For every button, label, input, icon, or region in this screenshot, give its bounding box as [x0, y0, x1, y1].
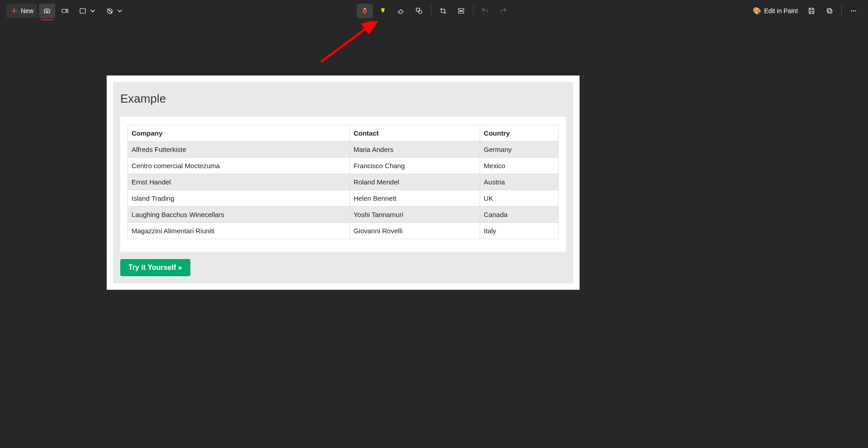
camera-icon: [43, 7, 51, 15]
table-row: Island TradingHelen BennettUK: [128, 190, 559, 207]
svg-rect-2: [80, 8, 85, 13]
video-camera-icon: [61, 7, 69, 15]
top-toolbar: New: [0, 0, 868, 21]
example-inner-panel: Company Contact Country Alfreds Futterki…: [120, 117, 566, 252]
save-icon: [807, 7, 816, 15]
highlighter-icon: [379, 7, 387, 15]
crop-icon: [439, 7, 447, 15]
text-actions-button[interactable]: [453, 4, 469, 18]
table-cell: Island Trading: [128, 190, 350, 207]
save-button[interactable]: [803, 4, 820, 18]
table-cell: Italy: [480, 223, 559, 239]
svg-rect-10: [458, 11, 464, 13]
toolbar-right-group: 🎨 Edit in Paint: [749, 4, 862, 18]
table-header-cell: Company: [128, 125, 350, 141]
canvas-viewport[interactable]: Example Company Contact Country Alfreds …: [0, 21, 868, 448]
redo-icon: [499, 7, 507, 15]
try-it-yourself-button[interactable]: Try it Yourself »: [120, 259, 190, 276]
svg-point-14: [853, 10, 854, 11]
table-cell: Yoshi Tannamuri: [349, 207, 480, 223]
svg-point-15: [855, 10, 856, 11]
toolbar-separator: [431, 5, 431, 16]
table-cell: Canada: [480, 207, 559, 223]
table-cell: Francisco Chang: [349, 158, 480, 174]
table-cell: Giovanni Rovelli: [349, 223, 480, 239]
palette-icon: 🎨: [753, 7, 761, 15]
table-cell: Helen Bennett: [349, 190, 480, 207]
svg-rect-11: [828, 9, 832, 13]
svg-point-8: [419, 10, 422, 14]
example-box: Example Company Contact Country Alfreds …: [113, 82, 573, 283]
toolbar-center-group: [357, 4, 511, 18]
table-cell: Alfreds Futterkiste: [128, 141, 350, 158]
edit-in-paint-button[interactable]: 🎨 Edit in Paint: [749, 4, 802, 18]
highlighter-tool-button[interactable]: [375, 4, 391, 18]
example-title: Example: [120, 89, 566, 110]
undo-button[interactable]: [477, 4, 493, 18]
svg-rect-1: [62, 9, 66, 13]
table-cell: Ernst Handel: [128, 174, 350, 190]
toolbar-separator: [841, 5, 842, 16]
table-row: Alfreds FutterkisteMaria AndersGermany: [128, 141, 559, 158]
shapes-icon: [415, 7, 423, 15]
table-cell: Maria Anders: [349, 141, 480, 158]
captured-screenshot[interactable]: Example Company Contact Country Alfreds …: [107, 75, 580, 290]
table-header-cell: Contact: [349, 125, 480, 141]
copy-icon: [826, 7, 834, 15]
edit-in-paint-label: Edit in Paint: [764, 7, 798, 14]
table-cell: Austria: [480, 174, 559, 190]
table-cell: Centro comercial Moctezuma: [128, 158, 350, 174]
undo-icon: [481, 7, 489, 15]
svg-rect-12: [827, 8, 831, 12]
delay-dropdown[interactable]: [102, 4, 127, 18]
table-row: Laughing Bacchus WinecellarsYoshi Tannam…: [128, 207, 559, 223]
crop-tool-button[interactable]: [435, 4, 451, 18]
svg-rect-6: [382, 11, 384, 12]
table-row: Centro comercial MoctezumaFrancisco Chan…: [128, 158, 559, 174]
eraser-tool-button[interactable]: [393, 4, 409, 18]
record-mode-button[interactable]: [57, 4, 73, 18]
chevron-down-icon: [89, 7, 97, 15]
eraser-icon: [397, 7, 405, 15]
svg-point-13: [851, 10, 852, 11]
svg-rect-5: [364, 8, 366, 9]
screenshot-mode-button[interactable]: [39, 4, 55, 18]
new-button[interactable]: New: [6, 4, 37, 18]
example-table: Company Contact Country Alfreds Futterki…: [127, 125, 559, 239]
annotation-arrow: [316, 21, 393, 78]
svg-line-16: [321, 21, 377, 62]
toolbar-separator: [473, 5, 473, 16]
more-horizontal-icon: [849, 7, 858, 15]
table-header-row: Company Contact Country: [128, 125, 559, 141]
pen-tool-button[interactable]: [357, 4, 373, 18]
table-cell: Laughing Bacchus Winecellars: [128, 207, 350, 223]
table-cell: UK: [480, 190, 559, 207]
chevron-down-icon: [116, 7, 124, 15]
redo-button[interactable]: [495, 4, 511, 18]
svg-rect-9: [458, 8, 464, 10]
table-cell: Roland Mendel: [349, 174, 480, 190]
no-delay-icon: [106, 7, 114, 15]
svg-point-0: [46, 10, 48, 12]
window-mode-dropdown[interactable]: [75, 4, 100, 18]
table-row: Ernst HandelRoland MendelAustria: [128, 174, 559, 190]
more-menu-button[interactable]: [845, 4, 862, 18]
mode-active-underline: [41, 19, 53, 20]
pen-icon: [361, 7, 369, 15]
toolbar-left-group: New: [6, 4, 127, 18]
copy-button[interactable]: [821, 4, 838, 18]
table-header-cell: Country: [480, 125, 559, 141]
table-cell: Magazzini Alimentari Riuniti: [128, 223, 350, 239]
text-extract-icon: [457, 7, 465, 15]
plus-icon: [10, 7, 18, 15]
new-button-label: New: [21, 7, 33, 14]
shapes-tool-button[interactable]: [411, 4, 427, 18]
table-row: Magazzini Alimentari RiunitiGiovanni Rov…: [128, 223, 559, 239]
table-cell: Germany: [480, 141, 559, 158]
window-icon: [79, 7, 87, 15]
table-cell: Mexico: [480, 158, 559, 174]
